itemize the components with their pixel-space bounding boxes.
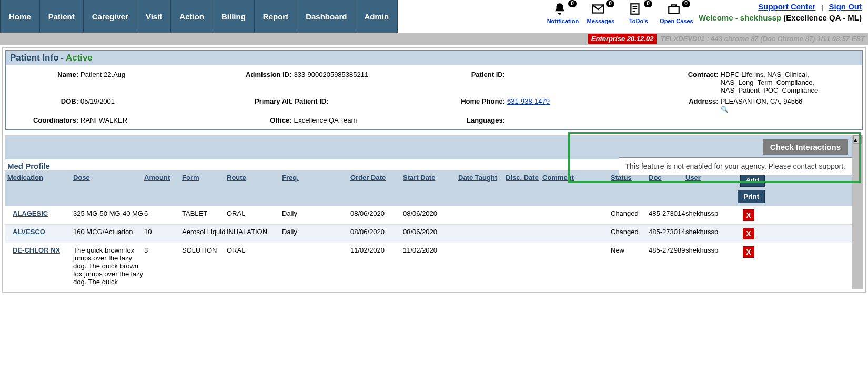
col-form[interactable]: Form (182, 174, 227, 182)
open-cases-icon-badge: 0 (682, 0, 690, 7)
version-badge: Enterprise 20.12.02 (588, 34, 657, 44)
cell-doc: 485-272989 (649, 246, 685, 254)
cell-order-date: 11/02/2020 (350, 246, 403, 254)
cell-freq: Daily (282, 228, 350, 236)
medication-link[interactable]: ALVESCO (13, 228, 45, 236)
notification-icon-label: Notification (547, 18, 579, 24)
messages-icon-label: Messages (587, 18, 615, 24)
col-medication[interactable]: Medication (7, 174, 73, 182)
cell-order-date: 08/06/2020 (350, 209, 403, 217)
cell-order-date: 08/06/2020 (350, 228, 403, 236)
cell-dose: 325 MG-50 MG-40 MG (73, 209, 144, 217)
map-icon[interactable]: 🔍 (721, 106, 729, 113)
col-date-taught[interactable]: Date Taught (458, 174, 506, 182)
env-info: TELXDEVD01 : 443 chrome 87 (Doc Chrome 8… (659, 35, 865, 43)
cell-start-date: 11/02/2020 (403, 246, 458, 254)
col-route[interactable]: Route (227, 174, 282, 182)
todos-icon-badge: 0 (644, 0, 652, 7)
cell-form: SOLUTION (182, 246, 227, 254)
value-name: Patient 22.Aug (80, 71, 218, 94)
svg-rect-2 (669, 7, 679, 14)
top-nav: HomePatientCaregiverVisitActionBillingRe… (0, 0, 868, 33)
cell-start-date: 08/06/2020 (403, 209, 458, 217)
support-center-link[interactable]: Support Center (758, 2, 815, 11)
label-address: Address: (650, 97, 719, 113)
label-primary-alt: Primary Alt. Patient ID: (224, 97, 329, 113)
print-button[interactable]: Print (738, 190, 765, 203)
nav-action[interactable]: Action (171, 0, 213, 33)
value-dob: 05/19/2001 (80, 97, 218, 113)
nav-billing[interactable]: Billing (213, 0, 255, 33)
delete-button[interactable]: X (743, 246, 754, 258)
cell-user: shekhussp (685, 209, 730, 217)
value-coordinators: RANI WALKER (80, 116, 218, 124)
label-coordinators: Coordinators: (10, 116, 78, 124)
cell-dose: 160 MCG/Actuation (73, 228, 144, 236)
cell-status: New (611, 246, 649, 254)
cell-start-date: 08/06/2020 (403, 228, 458, 236)
cell-doc: 485-273014 (649, 228, 685, 236)
label-languages: Languages: (437, 116, 505, 124)
label-patient-id: Patient ID: (437, 71, 505, 94)
col-disc-date[interactable]: Disc. Date (506, 174, 542, 182)
col-freq[interactable]: Freq. (282, 174, 350, 182)
value-office: Excellence QA Team (294, 116, 432, 124)
col-start-date[interactable]: Start Date (403, 174, 458, 182)
cell-status: Changed (611, 209, 649, 217)
col-comment[interactable]: Comment (542, 174, 611, 182)
nav-home[interactable]: Home (0, 0, 40, 33)
cell-dose: The quick brown fox jumps over the lazy … (73, 246, 144, 286)
value-address: PLEASANTON, CA, 94566🔍 (721, 97, 859, 113)
medication-link[interactable]: DE-CHLOR NX (13, 246, 60, 254)
cell-route: ORAL (227, 209, 282, 217)
label-office: Office: (224, 116, 292, 124)
cell-route: ORAL (227, 246, 282, 254)
messages-icon-badge: 0 (606, 0, 614, 7)
notification-icon-column[interactable]: 0Notification (544, 0, 582, 24)
value-primary-alt (331, 97, 432, 113)
table-row: ALAGESIC325 MG-50 MG-40 MG6TABLETORALDai… (5, 206, 852, 225)
notification-icon-badge: 0 (568, 0, 577, 7)
open-cases-icon-column[interactable]: 0Open Cases (658, 0, 695, 24)
delete-button[interactable]: X (743, 209, 754, 221)
med-topbar: Check Interactions This feature is not e… (5, 135, 852, 159)
cell-user: shekhussp (685, 228, 730, 236)
home-phone-link[interactable]: 631-938-1479 (507, 97, 550, 105)
col-dose[interactable]: Dose (73, 174, 144, 182)
label-admission: Admission ID: (224, 71, 292, 94)
nav-dashboard[interactable]: Dashboard (297, 0, 356, 33)
nav-patient[interactable]: Patient (40, 0, 84, 33)
add-button[interactable]: Add (740, 174, 765, 187)
cell-amount: 10 (144, 228, 182, 236)
nav-visit[interactable]: Visit (137, 0, 171, 33)
label-name: Name: (10, 71, 78, 94)
nav-admin[interactable]: Admin (356, 0, 398, 33)
value-admission: 333-9000205985385211 (294, 71, 432, 94)
scrollbar-up-icon[interactable]: ▴ (853, 135, 862, 144)
col-amount[interactable]: Amount (144, 174, 182, 182)
value-contract: HDFC Life Ins, NAS_Clinical, NAS_Long_Te… (721, 71, 859, 94)
messages-icon-column[interactable]: 0Messages (582, 0, 620, 24)
patient-info-box: Patient Info - Active Name:Patient 22.Au… (5, 50, 863, 130)
check-interactions-button[interactable]: Check Interactions (763, 139, 848, 155)
med-header-row: Medication Dose Amount Form Route Freq. … (5, 170, 852, 206)
cell-doc: 485-273014 (649, 209, 685, 217)
sign-out-link[interactable]: Sign Out (829, 2, 862, 11)
cell-amount: 3 (144, 246, 182, 254)
medication-link[interactable]: ALAGESIC (13, 209, 48, 217)
delete-button[interactable]: X (743, 228, 754, 239)
table-row: DE-CHLOR NXThe quick brown fox jumps ove… (5, 243, 852, 289)
nav-caregiver[interactable]: Caregiver (84, 0, 137, 33)
main-container: Patient Info - Active Name:Patient 22.Au… (2, 47, 866, 293)
cell-user: shekhussp (685, 246, 730, 254)
med-profile-area: ▴ Check Interactions This feature is not… (5, 135, 863, 289)
account-links: Support Center | Sign Out (758, 2, 862, 11)
value-languages (507, 116, 645, 124)
col-order-date[interactable]: Order Date (350, 174, 403, 182)
env-bar: Enterprise 20.12.02 TELXDEVD01 : 443 chr… (0, 33, 868, 45)
table-row: ALVESCO160 MCG/Actuation10Aerosol Liquid… (5, 225, 852, 243)
todos-icon-column[interactable]: 0ToDo's (620, 0, 658, 24)
nav-report[interactable]: Report (255, 0, 297, 33)
cell-route: INHALATION (227, 228, 282, 236)
top-right-area: 0Notification0Messages0ToDo's0Open Cases… (398, 0, 868, 33)
